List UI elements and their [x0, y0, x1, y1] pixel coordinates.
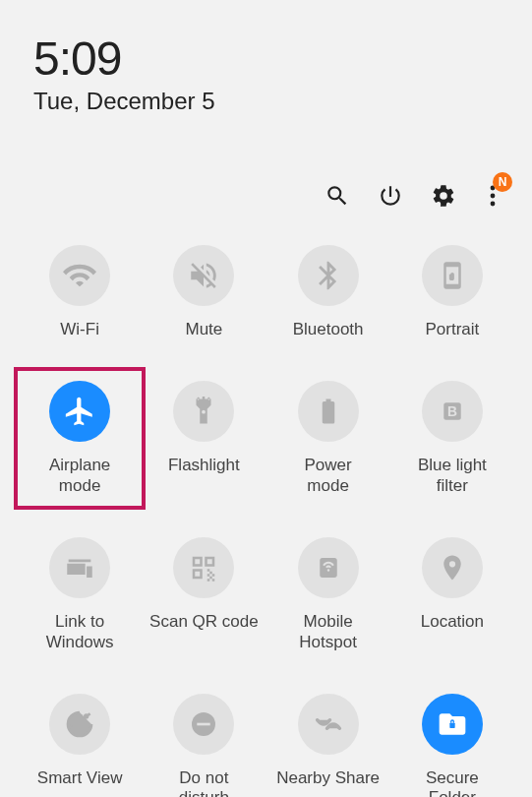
tile-label: Blue light filter [418, 456, 487, 496]
more-button[interactable]: N [483, 182, 502, 210]
tile-flashlight[interactable]: Flashlight [142, 375, 266, 502]
tile-wifi[interactable]: Wi-Fi [18, 239, 142, 345]
tile-label: Airplane mode [49, 456, 110, 496]
nearby-share-icon [298, 694, 359, 755]
wifi-icon [49, 245, 110, 306]
search-button[interactable] [324, 182, 351, 210]
tile-blue-light[interactable]: B Blue light filter [390, 375, 514, 502]
tile-label: Do not disturb [179, 768, 229, 797]
tile-smartview[interactable]: Smart View [18, 688, 142, 797]
tile-link-windows[interactable]: Link to Windows [18, 531, 142, 658]
tile-dnd[interactable]: Do not disturb [142, 688, 266, 797]
tile-mute[interactable]: Mute [142, 239, 266, 345]
gear-icon [431, 183, 456, 209]
svg-rect-7 [198, 723, 210, 726]
tile-label: Mute [185, 320, 222, 339]
tile-label: Secure Folder [426, 768, 479, 797]
tile-label: Smart View [37, 768, 123, 788]
tile-label: Portrait [425, 320, 479, 339]
tile-hotspot[interactable]: Mobile Hotspot [266, 531, 390, 658]
svg-point-2 [491, 202, 496, 207]
tile-label: Power mode [305, 456, 352, 496]
time-label: 5:09 [33, 31, 499, 86]
top-actions: N [0, 125, 532, 239]
tile-label: Location [421, 612, 484, 632]
tile-secure[interactable]: Secure Folder [390, 688, 514, 797]
qr-icon [173, 537, 234, 598]
tile-power-mode[interactable]: Power mode [266, 375, 390, 502]
mute-icon [173, 245, 234, 306]
quick-settings-grid: Wi-Fi Mute Bluetooth Portrait Airplane m… [0, 239, 532, 797]
tile-label: Mobile Hotspot [299, 612, 357, 652]
svg-point-1 [491, 194, 496, 199]
tile-scan-qr[interactable]: Scan QR code [142, 531, 266, 658]
power-icon [378, 183, 403, 209]
smartview-icon [49, 694, 110, 755]
tile-airplane[interactable]: Airplane mode [18, 375, 142, 502]
flashlight-icon [173, 381, 234, 442]
status-header: 5:09 Tue, December 5 [0, 0, 532, 125]
settings-button[interactable] [430, 182, 457, 210]
secure-folder-icon [422, 694, 483, 755]
tile-nearby[interactable]: Nearby Share [266, 688, 390, 797]
tile-portrait[interactable]: Portrait [390, 239, 514, 345]
tile-label: Bluetooth [293, 320, 364, 339]
svg-rect-8 [449, 723, 454, 728]
battery-icon [298, 381, 359, 442]
svg-text:B: B [447, 404, 457, 419]
search-icon [325, 183, 350, 209]
date-label: Tue, December 5 [33, 88, 499, 115]
portrait-lock-icon [422, 245, 483, 306]
tile-label: Scan QR code [149, 612, 259, 632]
hotspot-icon [298, 537, 359, 598]
tile-label: Nearby Share [276, 768, 380, 788]
dnd-icon [173, 694, 234, 755]
location-icon [422, 537, 483, 598]
tile-bluetooth[interactable]: Bluetooth [266, 239, 390, 345]
tile-label: Flashlight [168, 456, 240, 475]
airplane-icon [49, 381, 110, 442]
tile-label: Link to Windows [46, 612, 114, 652]
devices-icon [49, 537, 110, 598]
tile-location[interactable]: Location [390, 531, 514, 658]
notification-badge: N [493, 172, 512, 192]
bluetooth-icon [298, 245, 359, 306]
power-button[interactable] [377, 182, 404, 210]
tile-label: Wi-Fi [60, 320, 99, 339]
blue-light-icon: B [422, 381, 483, 442]
